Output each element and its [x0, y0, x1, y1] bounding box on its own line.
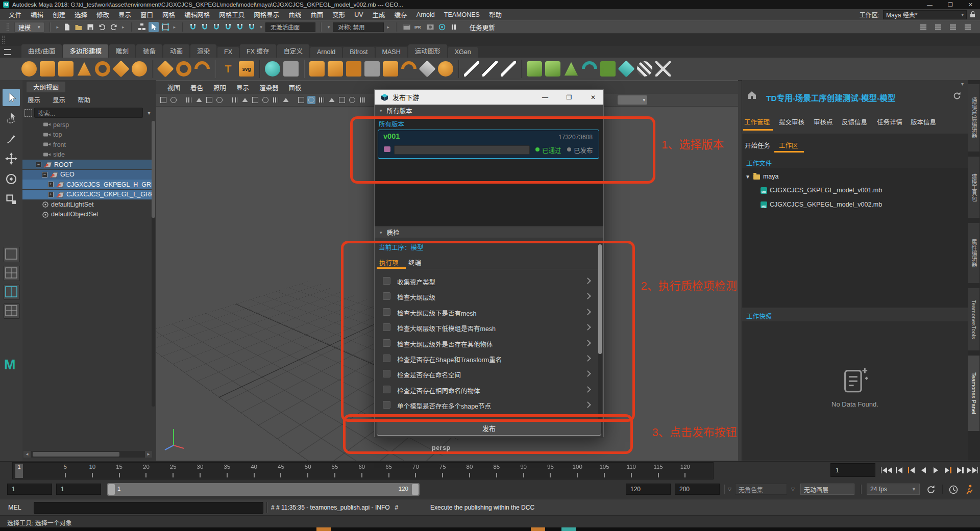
dialog-maximize-button[interactable]: ❐	[565, 94, 573, 101]
outliner-item-defaultLightSet[interactable]: defaultLightSet	[22, 199, 152, 209]
tab-工作管理[interactable]: 工作管理	[744, 117, 770, 127]
time-slider[interactable]: 1 51015202530354045505560657075808590951…	[12, 462, 714, 479]
scroll-left-icon[interactable]: ◄	[23, 451, 31, 458]
menu-网格工具[interactable]: 网格工具	[214, 10, 249, 19]
shelf-tab-Bifrost[interactable]: Bifrost	[343, 47, 374, 58]
paint-select-tool[interactable]	[3, 130, 20, 147]
outliner-menu-帮助[interactable]: 帮助	[78, 95, 90, 105]
all-versions-section-header[interactable]: ▾ 所有版本	[375, 105, 603, 116]
viewport-menu-视图[interactable]: 视图	[162, 83, 185, 92]
current-frame-field[interactable]: 1	[830, 463, 875, 477]
outliner-item-persp[interactable]: persp	[22, 120, 152, 130]
redo-icon[interactable]	[109, 22, 119, 32]
display-settings-icon[interactable]	[437, 22, 447, 32]
viewport-menu-面板[interactable]: 面板	[284, 83, 307, 92]
save-scene-icon[interactable]	[85, 22, 95, 32]
outliner-menu-显示[interactable]: 显示	[53, 95, 65, 105]
anim-layer-field[interactable]: 无动画层	[800, 484, 854, 495]
scale-tool[interactable]	[3, 191, 20, 208]
outliner-filter-icon[interactable]	[24, 109, 32, 117]
select-tool[interactable]	[3, 89, 20, 106]
pause-icon[interactable]	[449, 22, 459, 32]
shelf-tab-运动图形[interactable]: 运动图形	[408, 44, 447, 58]
outliner-panel-tab[interactable]: 大纲视图	[27, 82, 65, 92]
menu-创建[interactable]: 创建	[48, 10, 70, 19]
gate-mask-icon[interactable]	[251, 96, 259, 104]
cut-uv-icon[interactable]	[655, 61, 671, 77]
polygon-helix-icon[interactable]	[191, 58, 213, 80]
go-to-end-button[interactable]	[967, 464, 978, 476]
shelf-tab-曲线/曲面[interactable]: 曲线/曲面	[21, 44, 62, 58]
shelf-tab-装备[interactable]: 装备	[136, 44, 162, 58]
outliner-item-ROOT[interactable]: −ROOT	[22, 160, 152, 169]
move-tool[interactable]	[3, 150, 20, 167]
qc-section-header[interactable]: ▾ 质检	[375, 226, 603, 238]
maya-m-logo-icon[interactable]: M	[4, 357, 16, 373]
layout-four-pane[interactable]	[4, 266, 20, 281]
animation-end-field[interactable]: 200	[675, 484, 720, 495]
task-update-label[interactable]: 任务更新	[470, 22, 495, 32]
viewport-menu-显示[interactable]: 显示	[231, 83, 254, 92]
render-settings-icon[interactable]	[425, 22, 435, 32]
safe-action-icon[interactable]	[272, 96, 280, 104]
outliner-item-top[interactable]: top	[22, 130, 152, 140]
outliner-vertical-scrollbar[interactable]	[152, 121, 155, 407]
shelf-tab-渲染[interactable]: 渲染	[190, 44, 216, 58]
tool-settings-icon[interactable]	[963, 22, 973, 32]
animation-start-field[interactable]: 1	[7, 484, 52, 495]
menu-曲线[interactable]: 曲线	[284, 10, 306, 19]
side-tab-属性编辑器[interactable]: 属性编辑器	[968, 223, 979, 284]
viewport-menu-渲染器[interactable]: 渲染器	[254, 83, 284, 92]
polygon-cylinder-icon[interactable]	[58, 61, 74, 77]
shelf-menu-icon[interactable]	[4, 49, 11, 55]
file-row-CJGXCJCS_GKPEGL_model_v002.mb[interactable]: MBCJGXCJCS_GKPEGL_model_v002.mb	[761, 201, 882, 208]
lock-icon[interactable]	[970, 14, 975, 17]
crease-icon[interactable]	[600, 61, 616, 77]
playback-loop-icon[interactable]	[926, 485, 936, 495]
shelf-tab-动画[interactable]: 动画	[163, 44, 189, 58]
range-slider[interactable]: 1 120	[107, 483, 420, 496]
file-row-CJGXCJCS_GKPEGL_model_v001.mb[interactable]: MBCJGXCJCS_GKPEGL_model_v001.mb	[761, 187, 882, 194]
menu-文件[interactable]: 文件	[4, 10, 26, 19]
render-frame-icon[interactable]	[402, 22, 412, 32]
refresh-icon[interactable]	[952, 91, 962, 100]
menu-显示[interactable]: 显示	[114, 10, 136, 19]
layout-outliner-persp[interactable]	[4, 285, 20, 300]
side-tab-TeamonesTools[interactable]: TeamonesTools	[968, 288, 979, 351]
viewport-menu-着色[interactable]: 着色	[185, 83, 208, 92]
viewport-menu-照明[interactable]: 照明	[208, 83, 231, 92]
menu-选择[interactable]: 选择	[70, 10, 92, 19]
field-chart-icon[interactable]	[261, 96, 270, 104]
command-log-detail[interactable]: Execute the publishing within the DCC	[430, 504, 534, 511]
tab-提交审核[interactable]: 提交审核	[779, 117, 804, 127]
playback-start-field[interactable]: 1	[56, 484, 101, 495]
smooth-mesh-icon[interactable]	[265, 61, 280, 77]
menu-TEAMONES[interactable]: TEAMONES	[439, 11, 484, 18]
bridge-icon[interactable]	[398, 58, 420, 80]
command-log-message[interactable]: # # 11:35:35 - teamones_publish.api - IN…	[271, 504, 398, 511]
dialog-titlebar[interactable]: 发布下游 — ❐ ✕	[375, 90, 603, 105]
fps-select[interactable]: 24 fps ▼	[867, 484, 920, 495]
menu-曲面[interactable]: 曲面	[306, 10, 328, 19]
toolbar-grip[interactable]	[6, 22, 10, 32]
polygon-cone-icon[interactable]	[77, 61, 92, 77]
polygon-torus-icon[interactable]	[95, 61, 110, 77]
snap-point-icon[interactable]	[211, 22, 222, 32]
menu-编辑[interactable]: 编辑	[26, 10, 48, 19]
home-icon[interactable]	[747, 90, 757, 99]
expand-icon[interactable]: +	[48, 182, 54, 187]
outliner-menu-展示[interactable]: 展示	[28, 95, 40, 105]
command-line-input[interactable]	[34, 502, 263, 514]
screen-ao-icon[interactable]	[348, 96, 356, 104]
expand-icon[interactable]: +	[48, 192, 54, 197]
undo-icon[interactable]	[97, 22, 107, 32]
go-to-start-button[interactable]	[881, 464, 892, 476]
film-gate-icon[interactable]	[231, 96, 239, 104]
polygon-disc-icon[interactable]	[132, 61, 147, 77]
step-back-frame-button[interactable]	[893, 464, 904, 476]
outliner-item-CJGXCJCS_GKPEGL_H_GRP[interactable]: +CJGXCJCS_GKPEGL_H_GRP	[22, 180, 152, 189]
animation-preferences-runner-icon[interactable]	[964, 484, 975, 495]
dialog-minimize-button[interactable]: —	[541, 94, 549, 101]
outliner-item-defaultObjectSet[interactable]: defaultObjectSet	[22, 210, 152, 219]
menu-帮助[interactable]: 帮助	[484, 10, 506, 19]
